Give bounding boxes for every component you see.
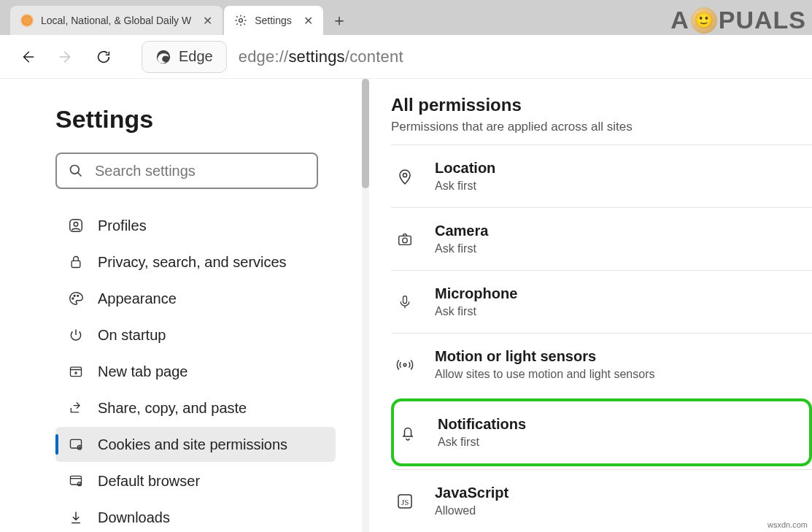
tab-settings[interactable]: Settings ✕ (224, 6, 323, 35)
camera-icon (394, 231, 416, 247)
permission-sensors[interactable]: Motion or light sensors Allow sites to u… (391, 333, 812, 396)
svg-rect-17 (403, 296, 407, 303)
svg-text:JS: JS (401, 498, 409, 506)
search-input[interactable] (93, 162, 305, 180)
sidebar-item-newtab[interactable]: New tab page (55, 354, 336, 389)
svg-point-14 (403, 173, 406, 177)
svg-point-2 (71, 166, 80, 174)
download-icon (67, 509, 85, 525)
javascript-icon: JS (394, 493, 416, 510)
sidebar-item-default-browser[interactable]: Default browser (55, 463, 336, 498)
permission-notifications[interactable]: Notifications Ask first (391, 398, 812, 466)
sidebar-item-label: Default browser (98, 473, 200, 490)
svg-point-18 (403, 363, 406, 366)
sidebar-item-appearance[interactable]: Appearance (55, 281, 336, 316)
settings-sidebar: Settings Profiles Privacy, search, and s… (0, 79, 365, 532)
sidebar-item-cookies[interactable]: Cookies and site permissions (55, 427, 336, 462)
permission-title: Notifications (438, 416, 526, 433)
close-icon[interactable]: ✕ (303, 14, 313, 28)
palette-icon (67, 290, 85, 307)
permission-title: JavaScript (435, 485, 509, 501)
source-caption: wsxdn.com (767, 520, 808, 529)
sensor-icon (394, 357, 416, 373)
share-icon (67, 401, 85, 415)
tab-label: Settings (255, 15, 292, 26)
permission-javascript[interactable]: JS JavaScript Allowed (391, 469, 812, 532)
url-scheme: edge:// (239, 47, 289, 66)
sidebar-item-share[interactable]: Share, copy, and paste (55, 390, 336, 425)
permissions-heading: All permissions (391, 95, 812, 115)
tab-weather[interactable]: Local, National, & Global Daily W ✕ (10, 6, 223, 35)
svg-point-7 (74, 295, 75, 296)
permissions-panel: All permissions Permissions that are app… (365, 79, 812, 532)
browser-icon (67, 474, 85, 488)
svg-rect-12 (71, 476, 82, 485)
svg-point-6 (72, 298, 74, 299)
sidebar-item-downloads[interactable]: Downloads (55, 500, 336, 532)
settings-search[interactable] (55, 153, 318, 189)
power-icon (67, 327, 85, 343)
tab-strip: Local, National, & Global Daily W ✕ Sett… (0, 0, 812, 35)
location-icon (394, 167, 416, 186)
sidebar-item-startup[interactable]: On startup (55, 317, 336, 352)
permission-subtitle: Ask first (435, 305, 517, 318)
sidebar-item-label: On startup (98, 327, 166, 344)
sidebar-item-profiles[interactable]: Profiles (55, 208, 336, 243)
tab-label: Local, National, & Global Daily W (41, 15, 191, 26)
permissions-icon (67, 437, 85, 452)
svg-rect-5 (71, 261, 80, 267)
url-host: settings (288, 47, 344, 66)
svg-point-0 (239, 19, 243, 23)
sidebar-item-privacy[interactable]: Privacy, search, and services (55, 244, 336, 280)
svg-rect-15 (399, 236, 411, 244)
new-tab-button[interactable]: ＋ (325, 6, 354, 35)
microphone-icon (394, 293, 416, 312)
profile-icon (67, 217, 85, 234)
back-button[interactable] (12, 41, 44, 73)
edge-chip-label: Edge (179, 48, 213, 65)
url-path: /content (345, 47, 403, 66)
sidebar-item-label: Privacy, search, and services (98, 254, 287, 271)
page-title: Settings (55, 105, 347, 134)
svg-point-8 (77, 295, 79, 296)
permission-title: Motion or light sensors (435, 348, 654, 365)
edge-logo-icon (155, 49, 171, 65)
permission-location[interactable]: Location Ask first (391, 144, 812, 207)
lock-icon (67, 254, 85, 270)
browser-toolbar: Edge edge://settings/content (0, 35, 812, 79)
search-icon (69, 163, 83, 178)
scrollbar-thumb[interactable] (362, 79, 369, 188)
permission-title: Location (435, 160, 495, 177)
forward-button[interactable] (50, 41, 82, 73)
address-bar[interactable]: edge://settings/content (233, 41, 800, 73)
sun-icon (20, 14, 34, 27)
sidebar-item-label: Profiles (98, 217, 147, 234)
permission-subtitle: Ask first (438, 436, 526, 449)
svg-point-4 (74, 222, 78, 226)
sidebar-item-label: Downloads (98, 509, 170, 526)
permission-subtitle: Allow sites to use motion and light sens… (435, 368, 654, 381)
permission-title: Camera (435, 223, 488, 239)
permission-subtitle: Ask first (435, 242, 488, 255)
permission-title: Microphone (435, 285, 517, 302)
bell-icon (397, 423, 419, 442)
permissions-subheading: Permissions that are applied across all … (391, 120, 812, 134)
permission-subtitle: Allowed (435, 504, 509, 517)
gear-icon (234, 14, 247, 27)
edge-identity-chip[interactable]: Edge (142, 41, 227, 73)
svg-point-16 (403, 238, 407, 242)
refresh-button[interactable] (88, 41, 120, 73)
permission-subtitle: Ask first (435, 180, 495, 193)
settings-nav: Profiles Privacy, search, and services A… (55, 208, 336, 532)
sidebar-item-label: Appearance (98, 290, 177, 307)
permission-camera[interactable]: Camera Ask first (391, 207, 812, 270)
permission-microphone[interactable]: Microphone Ask first (391, 270, 812, 333)
sidebar-item-label: Cookies and site permissions (98, 436, 287, 453)
sidebar-item-label: New tab page (98, 363, 187, 380)
permissions-list: Location Ask first Camera Ask first (391, 144, 812, 532)
newtab-icon (67, 364, 85, 379)
sidebar-item-label: Share, copy, and paste (98, 400, 247, 417)
close-icon[interactable]: ✕ (203, 14, 212, 28)
sidebar-scrollbar[interactable] (362, 79, 369, 532)
